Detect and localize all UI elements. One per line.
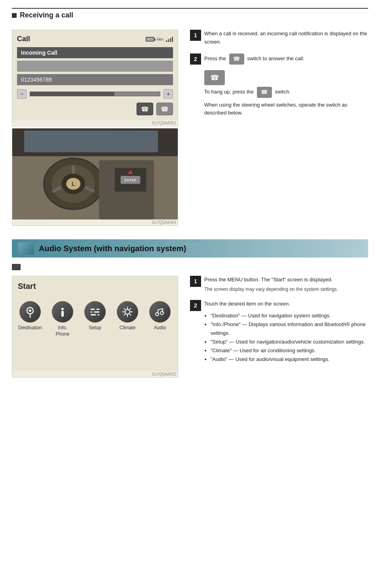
audio-layout: Start Destination	[12, 276, 368, 379]
step2-number: 2	[190, 53, 201, 65]
bar3	[170, 38, 171, 42]
step2-content: Press the ☎ switch to answer the call. ☎…	[204, 53, 368, 118]
audio-step1-content: Press the MENU button. The "Start" scree…	[204, 276, 368, 293]
header-square	[12, 13, 17, 18]
step1-number: 1	[190, 30, 201, 41]
audio-step2-number: 2	[190, 300, 201, 311]
climate-item[interactable]: Climate	[115, 301, 140, 331]
audio-step1-number: 1	[190, 276, 201, 287]
step1-row: 1 When a call is received, an incoming c…	[190, 30, 368, 46]
start-screen-col: Start Destination	[12, 276, 178, 379]
list-item-info: "Info./Phone" — Displays various informa…	[211, 320, 368, 338]
svg-line-34	[129, 314, 131, 315]
audio-step1-row: 1 Press the MENU button. The "Start" scr…	[190, 276, 368, 293]
car-interior-photo: L ENTER	[12, 128, 178, 220]
svg-rect-25	[95, 308, 97, 311]
info-svg	[57, 306, 68, 318]
car-interior-svg: L ENTER	[12, 128, 178, 220]
svg-line-36	[124, 314, 125, 315]
svg-line-33	[124, 308, 125, 310]
audio-item[interactable]: Audio	[148, 301, 172, 331]
destination-icon	[19, 301, 41, 323]
audio-svg	[154, 306, 166, 318]
climate-svg	[122, 306, 133, 318]
svg-rect-27	[96, 313, 98, 316]
receiving-call-header: Receiving a call	[12, 8, 368, 23]
start-icons-row: Destination Info.Phone	[18, 297, 172, 341]
svg-point-37	[156, 313, 159, 316]
call-status-icons: Hm	[146, 36, 173, 42]
audio-step2-text: Touch the desired item on the screen.	[204, 300, 368, 308]
audio-steps-col: 1 Press the MENU button. The "Start" scr…	[190, 276, 368, 379]
number-bar: 0123456789	[17, 74, 173, 85]
start-title: Start	[18, 282, 172, 291]
list-item-climate: "Climate" — Used for air conditioning se…	[211, 346, 368, 355]
list-item-audio: "Audio" — Used for audio/visual equipmen…	[211, 355, 368, 364]
volume-down-btn[interactable]: −	[17, 89, 27, 99]
call-screen-header: Call Hm	[17, 35, 173, 43]
audio-header-icon	[18, 242, 34, 254]
svg-point-38	[160, 311, 163, 315]
step1-content: When a call is received, an incoming cal…	[204, 30, 368, 46]
audio-step2-content: Touch the desired item on the screen. "D…	[204, 300, 368, 364]
info-item-text: "Info./Phone" — Displays various informa…	[211, 321, 366, 336]
info-phone-icon	[52, 301, 73, 323]
audio-step2-row: 2 Touch the desired item on the screen. …	[190, 300, 368, 364]
step1-text: When a call is received, an incoming cal…	[204, 30, 368, 46]
climate-icon	[117, 301, 138, 323]
start-screen-code: SLYQ5AA032	[12, 371, 178, 377]
volume-bar	[30, 92, 160, 96]
volume-up-btn[interactable]: +	[163, 89, 173, 99]
section-title: Receiving a call	[20, 11, 73, 19]
audio-label: Audio	[154, 325, 166, 331]
svg-point-18	[29, 309, 31, 312]
answer-icon-inline: ☎	[229, 53, 244, 65]
volume-row: − +	[17, 89, 173, 99]
start-screen: Start Destination	[12, 276, 178, 371]
battery-icon	[146, 37, 154, 42]
sub-section-square	[12, 264, 21, 270]
setup-item[interactable]: Setup	[83, 301, 107, 331]
volume-fill	[30, 92, 114, 96]
start-screen-box: Start Destination	[12, 276, 178, 378]
phone-number: 0123456789	[21, 76, 52, 83]
hang-up-icon: ☎	[204, 70, 225, 85]
incoming-call-label: Incoming Call	[21, 50, 57, 56]
list-item-setup: "Setup" — Used for navigation/audio/vehi…	[211, 338, 368, 346]
svg-rect-23	[91, 311, 99, 313]
setup-svg	[89, 306, 101, 318]
car-photo-box: L ENTER	[12, 128, 178, 226]
setup-icon	[84, 301, 106, 323]
car-photo-code: SLYQ5AA004	[12, 220, 178, 225]
call-title: Call	[17, 35, 30, 43]
step2-note-text: To hang up, press the ☎ switch.	[204, 87, 368, 98]
audio-step2-list: "Destination" — Used for navigation syst…	[204, 311, 368, 364]
bar2	[168, 39, 169, 42]
audio-icon	[149, 301, 171, 323]
svg-rect-21	[61, 311, 64, 317]
svg-rect-16	[24, 131, 158, 153]
screenshots-col: Call Hm	[12, 30, 178, 227]
step2-detail-text: When using the steering wheel switches, …	[204, 101, 368, 118]
signal-bars	[166, 36, 173, 42]
bar4	[172, 37, 173, 42]
destination-svg	[24, 306, 36, 318]
audio-item-text: "Audio" — Used for audio/visual equipmen…	[211, 356, 329, 362]
audio-step1-note: The screen display may vary depending on…	[204, 286, 368, 293]
end-call-button[interactable]: ☎	[156, 103, 173, 115]
audio-section-title: Audio System (with navigation system)	[39, 244, 186, 253]
setup-label: Setup	[89, 325, 101, 331]
receiving-call-layout: Call Hm	[12, 30, 368, 227]
svg-text:L: L	[72, 181, 75, 187]
call-screen: Call Hm	[12, 30, 178, 120]
destination-item-text: "Destination" — Used for navigation syst…	[211, 313, 331, 319]
end-icon-inline: ☎	[257, 87, 272, 98]
call-screen-box: Call Hm	[12, 30, 178, 126]
bar1	[166, 40, 167, 42]
audio-step1-text: Press the MENU button. The "Start" scree…	[204, 276, 368, 284]
destination-item[interactable]: Destination	[18, 301, 42, 331]
answer-call-button[interactable]: ☎	[137, 103, 153, 115]
incoming-call-bar: Incoming Call	[17, 47, 173, 58]
list-item-destination: "Destination" — Used for navigation syst…	[211, 311, 368, 320]
info-phone-item[interactable]: Info.Phone	[50, 301, 75, 337]
